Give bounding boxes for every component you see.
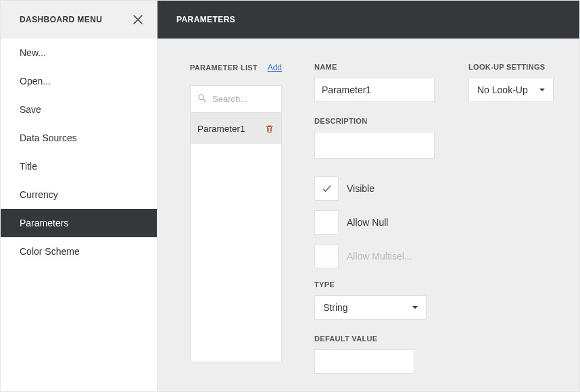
menu-item-data-sources[interactable]: Data Sources (1, 124, 157, 152)
description-label: DESCRIPTION (314, 117, 436, 125)
allow-null-checkbox[interactable] (314, 210, 339, 235)
menu-item-new[interactable]: New... (1, 39, 157, 67)
menu-item-label: New... (20, 47, 46, 58)
add-parameter-link[interactable]: Add (268, 63, 282, 72)
menu-item-save[interactable]: Save (1, 95, 157, 124)
lookup-column: LOOK-UP SETTINGS No Look-Up (468, 63, 560, 102)
menu-item-label: Save (20, 104, 41, 115)
menu-item-label: Title (20, 161, 37, 172)
parameter-form-column: NAME DESCRIPTION Visible Allow Null (314, 63, 436, 374)
allow-null-label: Allow Null (347, 217, 388, 228)
close-icon[interactable] (131, 13, 145, 26)
menu-item-label: Color Scheme (20, 246, 80, 257)
visible-label: Visible (347, 183, 374, 194)
main-area: PARAMETERS PARAMETER LIST Add Para (158, 1, 579, 391)
menu-item-color-scheme[interactable]: Color Scheme (1, 237, 157, 266)
chevron-down-icon (539, 89, 545, 91)
visible-checkbox-row: Visible (314, 176, 436, 201)
type-label: TYPE (314, 280, 436, 289)
svg-line-1 (203, 99, 206, 102)
menu-item-title[interactable]: Title (1, 152, 157, 180)
menu-item-label: Currency (20, 189, 58, 200)
menu-item-parameters[interactable]: Parameters (1, 209, 157, 237)
sidebar-header: DASHBOARD MENU (1, 1, 157, 39)
search-input[interactable] (212, 94, 266, 104)
allow-multiselect-label: Allow Multisel... (347, 251, 412, 262)
parameter-list-label: PARAMETER LIST (190, 64, 258, 72)
parameter-list-column: PARAMETER LIST Add Parameter1 (190, 63, 282, 362)
chevron-down-icon (412, 306, 418, 309)
menu-item-label: Open... (20, 76, 51, 87)
default-value-input[interactable] (314, 349, 414, 374)
menu-item-open[interactable]: Open... (1, 67, 157, 95)
menu-item-label: Data Sources (20, 132, 77, 143)
sidebar-title: DASHBOARD MENU (20, 15, 102, 24)
description-input[interactable] (314, 132, 435, 159)
allow-multiselect-checkbox (314, 244, 339, 268)
type-select[interactable]: String (314, 295, 427, 320)
main-title: PARAMETERS (158, 1, 579, 39)
search-icon (197, 93, 207, 105)
trash-icon[interactable] (264, 124, 274, 134)
sidebar: DASHBOARD MENU New... Open... Save Data … (1, 1, 158, 391)
content: PARAMETER LIST Add Parameter1 (158, 39, 579, 391)
lookup-value: No Look-Up (477, 84, 528, 95)
menu-item-currency[interactable]: Currency (1, 180, 157, 209)
parameter-item-name: Parameter1 (197, 124, 245, 134)
parameter-list-panel: Parameter1 (190, 85, 282, 362)
allow-multiselect-checkbox-row: Allow Multisel... (314, 244, 436, 268)
parameter-list-item[interactable]: Parameter1 (191, 113, 281, 144)
menu-item-label: Parameters (20, 218, 68, 228)
lookup-label: LOOK-UP SETTINGS (468, 63, 560, 71)
name-input[interactable] (314, 78, 435, 102)
lookup-select[interactable]: No Look-Up (468, 78, 554, 102)
type-value: String (323, 302, 348, 313)
allow-null-checkbox-row: Allow Null (314, 210, 436, 235)
visible-checkbox[interactable] (314, 176, 339, 201)
default-value-label: DEFAULT VALUE (314, 335, 436, 343)
parameter-search[interactable] (191, 86, 281, 113)
name-label: NAME (314, 63, 436, 71)
